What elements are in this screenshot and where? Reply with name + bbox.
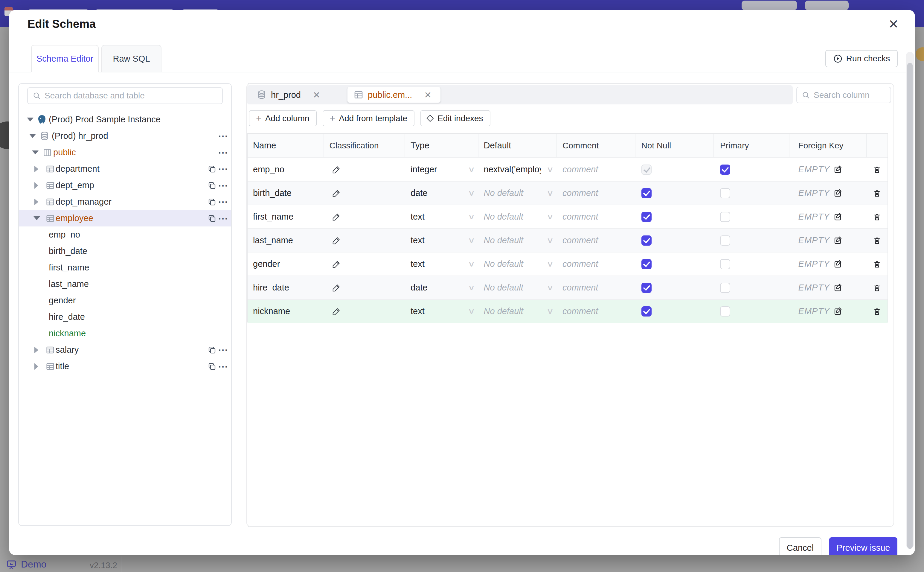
tab-schema-editor[interactable]: Schema Editor: [31, 45, 99, 72]
delete-row-icon[interactable]: [873, 236, 882, 245]
tree-item-table-title[interactable]: title ⋯: [19, 358, 231, 375]
chevron-down-icon[interactable]: [32, 151, 39, 154]
chevron-right-icon[interactable]: [34, 347, 38, 353]
comment-input[interactable]: comment: [563, 212, 598, 222]
delete-row-icon[interactable]: [873, 260, 882, 269]
classification-edit-icon[interactable]: [332, 236, 341, 245]
type-select[interactable]: text∨: [405, 205, 479, 228]
chevron-right-icon[interactable]: [34, 182, 38, 189]
classification-edit-icon[interactable]: [332, 165, 341, 174]
more-actions-icon[interactable]: ⋯: [218, 194, 228, 210]
default-select[interactable]: nextval('employ∨: [479, 158, 557, 181]
copy-icon[interactable]: [208, 362, 217, 371]
copy-icon[interactable]: [208, 214, 217, 223]
tree-item-column-emp-no[interactable]: emp_no: [19, 227, 231, 243]
more-actions-icon[interactable]: ⋯: [218, 177, 228, 194]
comment-input[interactable]: comment: [563, 188, 598, 198]
preview-issue-button[interactable]: Preview issue: [829, 537, 898, 555]
primary-checkbox[interactable]: [720, 306, 730, 317]
tree-item-instance[interactable]: (Prod) Prod Sample Instance: [19, 111, 231, 128]
tree-item-column-hire-date[interactable]: hire_date: [19, 309, 231, 325]
primary-checkbox[interactable]: [720, 212, 730, 222]
tree-item-table-dept-manager[interactable]: dept_manager ⋯: [19, 194, 231, 210]
tree-item-column-first-name[interactable]: first_name: [19, 260, 231, 276]
tree-item-table-salary[interactable]: salary ⋯: [19, 342, 231, 358]
type-select[interactable]: text∨: [405, 252, 479, 275]
type-select[interactable]: date∨: [405, 276, 479, 299]
copy-icon[interactable]: [208, 197, 217, 207]
comment-input[interactable]: comment: [563, 235, 598, 245]
delete-row-icon[interactable]: [873, 212, 882, 221]
cancel-button[interactable]: Cancel: [779, 537, 822, 555]
not-null-checkbox[interactable]: [642, 306, 651, 317]
edit-foreign-key-icon[interactable]: [833, 165, 842, 174]
more-actions-icon[interactable]: ⋯: [218, 210, 228, 227]
close-tab-icon[interactable]: ✕: [313, 90, 320, 100]
column-search-input[interactable]: [814, 90, 915, 100]
copy-icon[interactable]: [208, 165, 217, 174]
edit-foreign-key-icon[interactable]: [833, 189, 842, 198]
not-null-checkbox[interactable]: [642, 188, 651, 198]
comment-input[interactable]: comment: [563, 259, 598, 269]
type-select[interactable]: integer∨: [405, 158, 479, 181]
chevron-right-icon[interactable]: [34, 363, 38, 370]
primary-checkbox[interactable]: [720, 165, 730, 175]
open-tab-public-employee[interactable]: public.em... ✕: [347, 87, 441, 103]
default-select[interactable]: No default∨: [479, 252, 557, 275]
more-actions-icon[interactable]: ⋯: [218, 358, 228, 375]
comment-input[interactable]: comment: [563, 283, 598, 292]
chevron-down-icon[interactable]: [29, 134, 36, 138]
edit-indexes-button[interactable]: Edit indexes: [420, 110, 490, 126]
tree-item-table-dept-emp[interactable]: dept_emp ⋯: [19, 177, 231, 194]
tab-raw-sql[interactable]: Raw SQL: [101, 45, 161, 72]
delete-row-icon[interactable]: [873, 189, 882, 198]
copy-icon[interactable]: [208, 181, 217, 190]
not-null-checkbox[interactable]: [642, 283, 651, 293]
primary-checkbox[interactable]: [720, 235, 730, 246]
more-actions-icon[interactable]: ⋯: [218, 128, 228, 144]
chevron-right-icon[interactable]: [34, 199, 38, 205]
close-icon[interactable]: ✕: [886, 17, 901, 31]
edit-foreign-key-icon[interactable]: [833, 236, 842, 245]
delete-row-icon[interactable]: [873, 283, 882, 292]
default-select[interactable]: No default∨: [479, 276, 557, 299]
primary-checkbox[interactable]: [720, 259, 730, 269]
tree-item-column-birth-date[interactable]: birth_date: [19, 243, 231, 260]
classification-edit-icon[interactable]: [332, 260, 341, 269]
chevron-right-icon[interactable]: [34, 166, 38, 172]
classification-edit-icon[interactable]: [332, 189, 341, 198]
tree-item-table-employee[interactable]: employee ⋯: [19, 210, 231, 227]
primary-checkbox[interactable]: [720, 188, 730, 198]
more-actions-icon[interactable]: ⋯: [218, 161, 228, 177]
type-select[interactable]: date∨: [405, 182, 479, 205]
add-from-template-button[interactable]: + Add from template: [322, 110, 414, 126]
chevron-down-icon[interactable]: [34, 216, 40, 220]
default-select[interactable]: No default∨: [479, 182, 557, 205]
tree-search-input[interactable]: [45, 91, 217, 101]
edit-foreign-key-icon[interactable]: [833, 283, 842, 292]
more-actions-icon[interactable]: ⋯: [218, 144, 228, 161]
add-column-button[interactable]: + Add column: [249, 110, 317, 126]
classification-edit-icon[interactable]: [332, 283, 341, 292]
edit-foreign-key-icon[interactable]: [833, 307, 842, 316]
classification-edit-icon[interactable]: [332, 307, 341, 316]
edit-foreign-key-icon[interactable]: [833, 212, 842, 221]
tree-item-column-nickname[interactable]: nickname: [19, 325, 231, 342]
open-tab-hr-prod[interactable]: hr_prod ✕: [251, 85, 344, 104]
scrollbar-thumb[interactable]: [907, 63, 913, 549]
type-select[interactable]: text∨: [405, 229, 479, 252]
not-null-checkbox[interactable]: [642, 212, 651, 222]
tree-item-column-gender[interactable]: gender: [19, 292, 231, 309]
tree-item-table-department[interactable]: department ⋯: [19, 161, 231, 177]
delete-row-icon[interactable]: [873, 165, 882, 174]
classification-edit-icon[interactable]: [332, 212, 341, 221]
chevron-down-icon[interactable]: [27, 118, 34, 121]
delete-row-icon[interactable]: [873, 307, 882, 316]
not-null-checkbox[interactable]: [642, 235, 651, 246]
default-select[interactable]: No default∨: [479, 205, 557, 228]
run-checks-button[interactable]: Run checks: [825, 50, 898, 67]
tree-item-database[interactable]: (Prod) hr_prod ⋯: [19, 128, 231, 144]
comment-input[interactable]: comment: [563, 306, 598, 316]
tree-item-schema-public[interactable]: public ⋯: [19, 144, 231, 161]
not-null-checkbox[interactable]: [642, 259, 651, 269]
